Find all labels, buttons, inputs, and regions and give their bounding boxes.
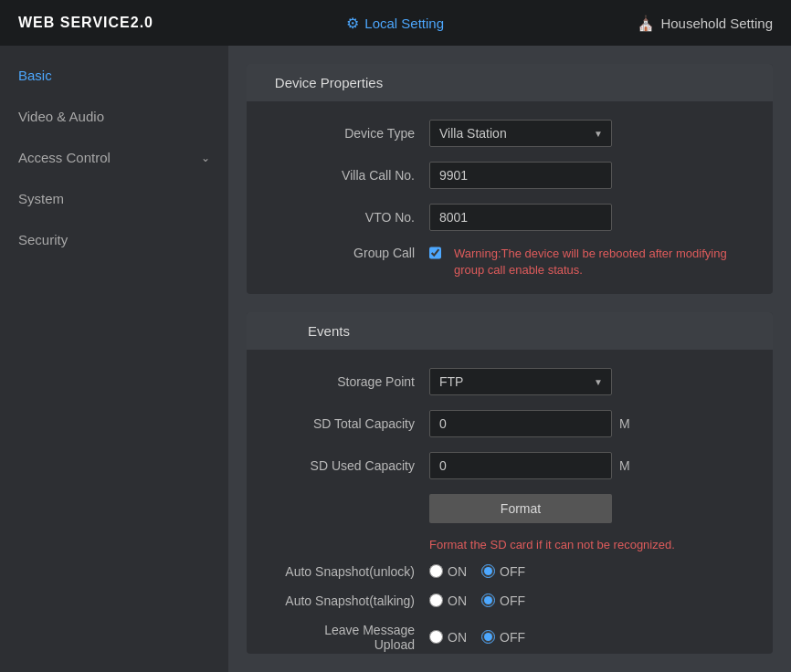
- building-icon: ⛪: [637, 15, 655, 32]
- leave-message-off-radio[interactable]: [481, 630, 495, 644]
- group-call-content: Warning:The device will be rebooted afte…: [429, 246, 736, 278]
- auto-snapshot-talking-off-label: OFF: [500, 593, 525, 608]
- storage-point-select-wrapper: FTP SD Card NAS ▼: [429, 368, 612, 395]
- device-type-select-wrapper: Villa Station Indoor Station Outdoor Sta…: [429, 120, 612, 147]
- sd-total-row: SD Total Capacity M: [283, 410, 736, 437]
- sd-used-input[interactable]: [429, 452, 612, 479]
- auto-snapshot-talking-off-option[interactable]: OFF: [481, 593, 525, 608]
- sd-total-label: SD Total Capacity: [283, 416, 429, 431]
- leave-message-on-radio[interactable]: [429, 630, 443, 644]
- device-properties-panel: Device Properties Device Type Villa Stat…: [247, 64, 773, 294]
- group-call-label: Group Call: [283, 246, 429, 260]
- leave-message-row: Leave Message Upload ON OFF: [283, 623, 736, 652]
- villa-call-row: Villa Call No.: [283, 162, 736, 189]
- household-setting-label: Household Setting: [660, 16, 773, 31]
- events-title: Events: [247, 312, 411, 350]
- group-call-row: Group Call Warning:The device will be re…: [283, 246, 736, 278]
- sidebar-item-video-audio-label: Video & Audio: [18, 109, 104, 124]
- sidebar-item-system-label: System: [18, 191, 64, 206]
- sidebar: Basic Video & Audio Access Control ⌄ Sys…: [0, 46, 228, 672]
- sidebar-item-basic[interactable]: Basic: [0, 55, 228, 96]
- auto-snapshot-unlock-on-option[interactable]: ON: [429, 564, 467, 579]
- device-type-row: Device Type Villa Station Indoor Station…: [283, 120, 736, 147]
- vto-no-input[interactable]: [429, 204, 612, 231]
- sidebar-item-access-control-label: Access Control: [18, 150, 111, 165]
- format-row: Format: [283, 494, 736, 523]
- device-type-select[interactable]: Villa Station Indoor Station Outdoor Sta…: [429, 120, 612, 147]
- auto-snapshot-unlock-radio-group: ON OFF: [429, 564, 525, 579]
- sd-total-input[interactable]: [429, 410, 612, 437]
- format-note: Format the SD card if it can not be reco…: [429, 538, 736, 551]
- auto-snapshot-talking-on-label: ON: [448, 593, 467, 608]
- layout: Basic Video & Audio Access Control ⌄ Sys…: [0, 46, 791, 672]
- sd-total-suffix: M: [619, 416, 630, 431]
- chevron-down-icon: ⌄: [201, 152, 210, 164]
- sd-used-suffix: M: [619, 458, 630, 473]
- leave-message-on-label: ON: [448, 630, 467, 645]
- leave-message-label: Leave Message Upload: [283, 623, 429, 652]
- main-content: Device Properties Device Type Villa Stat…: [228, 46, 791, 672]
- events-panel: Events Storage Point FTP SD Card NAS ▼: [247, 312, 773, 654]
- storage-point-label: Storage Point: [283, 374, 429, 389]
- household-setting-nav[interactable]: ⛪ Household Setting: [637, 15, 773, 32]
- storage-point-row: Storage Point FTP SD Card NAS ▼: [283, 368, 736, 395]
- events-body: Storage Point FTP SD Card NAS ▼ SD Total…: [247, 350, 773, 654]
- auto-snapshot-unlock-on-radio[interactable]: [429, 564, 443, 578]
- sidebar-item-video-audio[interactable]: Video & Audio: [0, 96, 228, 137]
- sidebar-item-system[interactable]: System: [0, 178, 228, 219]
- auto-snapshot-talking-radio-group: ON OFF: [429, 593, 525, 608]
- auto-snapshot-unlock-on-label: ON: [448, 564, 467, 579]
- sd-used-row: SD Used Capacity M: [283, 452, 736, 479]
- vto-no-row: VTO No.: [283, 204, 736, 231]
- auto-snapshot-unlock-off-option[interactable]: OFF: [481, 564, 525, 579]
- header: WEB SERVICE2.0 ⚙ Local Setting ⛪ Househo…: [0, 0, 791, 46]
- villa-call-input[interactable]: [429, 162, 612, 189]
- sidebar-item-basic-label: Basic: [18, 68, 52, 83]
- vto-no-label: VTO No.: [283, 210, 429, 225]
- sd-used-label: SD Used Capacity: [283, 458, 429, 473]
- device-properties-title: Device Properties: [247, 64, 411, 101]
- villa-call-label: Villa Call No.: [283, 168, 429, 183]
- app-logo: WEB SERVICE2.0: [18, 15, 153, 31]
- leave-message-on-option[interactable]: ON: [429, 630, 467, 645]
- auto-snapshot-talking-on-option[interactable]: ON: [429, 593, 467, 608]
- auto-snapshot-talking-on-radio[interactable]: [429, 593, 443, 607]
- auto-snapshot-unlock-row: Auto Snapshot(unlock) ON OFF: [283, 564, 736, 579]
- local-setting-nav[interactable]: ⚙ Local Setting: [346, 15, 444, 32]
- storage-point-select[interactable]: FTP SD Card NAS: [429, 368, 612, 395]
- sidebar-item-security-label: Security: [18, 232, 68, 247]
- sidebar-item-security[interactable]: Security: [0, 219, 228, 260]
- auto-snapshot-talking-off-radio[interactable]: [481, 593, 495, 607]
- device-type-label: Device Type: [283, 126, 429, 141]
- auto-snapshot-talking-label: Auto Snapshot(talking): [283, 593, 429, 608]
- local-setting-label: Local Setting: [364, 16, 444, 31]
- auto-snapshot-unlock-off-label: OFF: [500, 564, 525, 579]
- gear-icon: ⚙: [346, 15, 359, 32]
- auto-snapshot-unlock-off-radio[interactable]: [481, 564, 495, 578]
- device-properties-body: Device Type Villa Station Indoor Station…: [247, 101, 773, 294]
- group-call-checkbox[interactable]: [429, 246, 441, 260]
- format-button[interactable]: Format: [429, 494, 612, 523]
- leave-message-off-label: OFF: [500, 630, 525, 645]
- group-call-warning: Warning:The device will be rebooted afte…: [454, 246, 736, 278]
- leave-message-radio-group: ON OFF: [429, 630, 525, 645]
- sidebar-item-access-control[interactable]: Access Control ⌄: [0, 137, 228, 178]
- auto-snapshot-talking-row: Auto Snapshot(talking) ON OFF: [283, 593, 736, 608]
- leave-message-off-option[interactable]: OFF: [481, 630, 525, 645]
- auto-snapshot-unlock-label: Auto Snapshot(unlock): [283, 564, 429, 579]
